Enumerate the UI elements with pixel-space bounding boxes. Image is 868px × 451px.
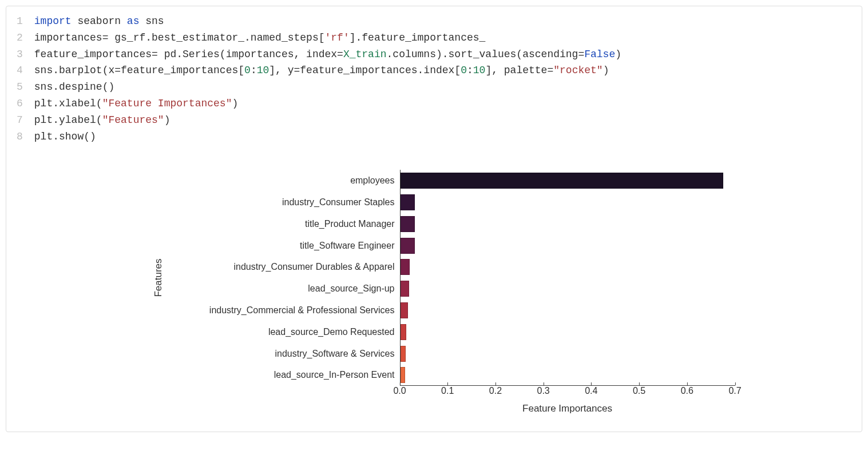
bar-row: industry_Commercial & Professional Servi…	[401, 300, 735, 321]
chart-xtick: 0.4	[585, 386, 597, 396]
bar-category-label: employees	[350, 175, 394, 186]
bar-row: lead_source_Demo Requested	[401, 321, 735, 343]
bar-row: industry_Software & Services	[401, 343, 735, 365]
notebook-cell: 12345678 import seaborn as snsimportance…	[6, 6, 862, 432]
code-line: plt.show()	[34, 129, 621, 145]
chart-xtick: 0.3	[537, 386, 550, 396]
bar-fill	[401, 173, 723, 189]
chart-ylabel: Features	[153, 170, 164, 386]
chart-ylabel-text: Features	[153, 259, 164, 297]
code-line: sns.despine()	[34, 79, 621, 95]
bar-row: lead_source_In-Person Event	[401, 365, 735, 386]
chart-xtick: 0.2	[489, 386, 502, 396]
chart-xtick: 0.7	[728, 386, 741, 396]
bar-category-label: industry_Software & Services	[275, 349, 395, 359]
bar-category-label: lead_source_Demo Requested	[268, 327, 395, 337]
code-line: plt.ylabel("Features")	[34, 112, 621, 129]
code-line: import seaborn as sns	[34, 13, 621, 30]
bar-row: title_Product Manager	[401, 213, 735, 235]
line-number: 6	[17, 95, 23, 112]
bar-category-label: title_Product Manager	[305, 219, 395, 229]
chart-xtick: 0.0	[393, 386, 406, 396]
bar-row: industry_Consumer Staples	[401, 191, 735, 213]
bar-row: title_Software Engineer	[401, 235, 735, 257]
bar-category-label: title_Software Engineer	[300, 241, 394, 251]
bar-category-label: industry_Consumer Staples	[282, 197, 395, 207]
line-number: 4	[17, 62, 23, 79]
bar-category-label: industry_Consumer Durables & Apparel	[233, 262, 394, 272]
feature-importance-chart: Features employeesindustry_Consumer Stap…	[137, 158, 732, 421]
chart-xtick: 0.1	[441, 386, 454, 396]
code-line: sns.barplot(x=feature_importances[0:10],…	[34, 62, 621, 79]
bar-category-label: lead_source_In-Person Event	[274, 370, 395, 380]
code-line: plt.xlabel("Feature Importances")	[34, 95, 621, 112]
bar-fill	[401, 346, 406, 362]
chart-xtick: 0.6	[681, 386, 693, 396]
code-lines: import seaborn as snsimportances= gs_rf.…	[34, 13, 621, 145]
bar-fill	[401, 367, 405, 383]
line-number: 1	[17, 13, 23, 30]
chart-xticks: 0.00.10.20.30.40.50.60.7	[400, 386, 735, 403]
chart-xtick: 0.5	[633, 386, 645, 396]
bar-fill	[401, 238, 415, 254]
bar-fill	[401, 216, 415, 232]
line-number-gutter: 12345678	[17, 13, 34, 145]
bar-fill	[401, 324, 406, 340]
code-line: feature_importances= pd.Series(importanc…	[34, 46, 621, 63]
line-number: 2	[17, 30, 23, 46]
line-number: 7	[17, 112, 23, 129]
bar-row: lead_source_Sign-up	[401, 278, 735, 300]
code-line: importances= gs_rf.best_estimator_.named…	[34, 30, 621, 46]
bar-row: industry_Consumer Durables & Apparel	[401, 257, 735, 278]
chart-xlabel: Feature Importances	[400, 403, 735, 414]
bar-fill	[401, 259, 410, 275]
output-area: Features employeesindustry_Consumer Stap…	[6, 151, 862, 432]
bar-fill	[401, 302, 408, 318]
bar-row: employees	[401, 170, 735, 191]
line-number: 8	[17, 129, 23, 145]
bar-fill	[401, 281, 409, 297]
line-number: 5	[17, 79, 23, 95]
code-input-area[interactable]: 12345678 import seaborn as snsimportance…	[6, 6, 862, 151]
chart-plot-area: employeesindustry_Consumer Staplestitle_…	[400, 170, 735, 386]
bar-fill	[401, 194, 415, 210]
bar-category-label: industry_Commercial & Professional Servi…	[209, 305, 395, 316]
bar-category-label: lead_source_Sign-up	[308, 284, 394, 294]
line-number: 3	[17, 46, 23, 63]
